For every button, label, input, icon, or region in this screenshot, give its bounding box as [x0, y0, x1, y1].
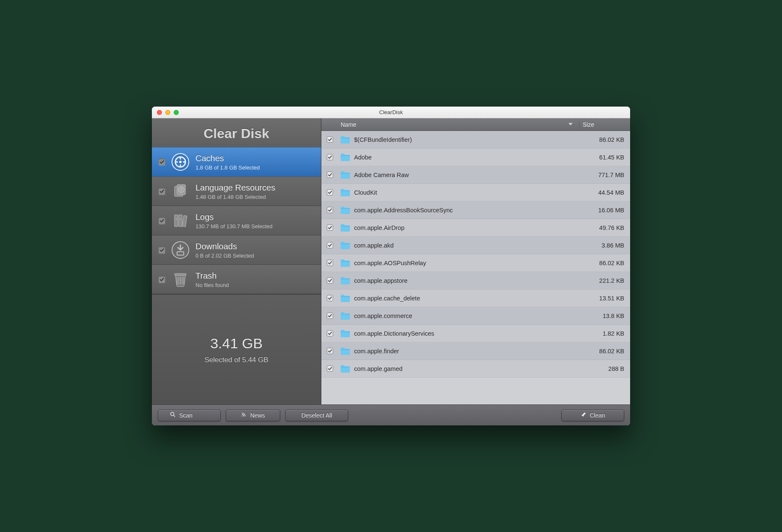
sidebar-item-downloads[interactable]: Downloads 0 B of 2.02 GB Selected [152, 235, 321, 265]
file-name: CloudKit [352, 189, 586, 196]
table-row[interactable]: com.apple.commerce 13.8 KB [321, 307, 630, 325]
table-row[interactable]: com.apple.DictionaryServices 1.82 KB [321, 325, 630, 342]
category-subtext: No files found [196, 282, 229, 288]
category-subtext: 130.7 MB of 130.7 MB Selected [196, 223, 273, 229]
file-list[interactable]: $(CFBundleIdentifier) 86.02 KB Adobe 61.… [321, 131, 630, 404]
category-subtext: 1.8 GB of 1.8 GB Selected [196, 164, 260, 171]
sidebar-item-lang[interactable]: Language Resources 1.48 GB of 1.48 GB Se… [152, 177, 321, 206]
row-checkbox[interactable] [327, 172, 333, 178]
file-name: com.apple.gamed [352, 365, 586, 372]
row-checkbox[interactable] [327, 365, 333, 372]
summary-size: 3.41 GB [210, 335, 263, 352]
clean-label: Clean [590, 412, 605, 419]
category-subtext: 1.48 GB of 1.48 GB Selected [196, 194, 275, 200]
search-icon [170, 412, 176, 419]
folder-icon [338, 276, 352, 285]
sidebar: Clear Disk Caches 1.8 GB of 1.8 GB Selec… [152, 118, 321, 404]
category-checkbox[interactable] [159, 188, 165, 195]
deselect-label: Deselect All [301, 412, 332, 419]
folder-icon [338, 188, 352, 197]
file-size: 288 B [586, 365, 630, 372]
row-checkbox[interactable] [327, 277, 333, 284]
table-row[interactable]: $(CFBundleIdentifier) 86.02 KB [321, 131, 630, 149]
row-checkbox[interactable] [327, 154, 333, 160]
file-name: Adobe Camera Raw [352, 172, 586, 178]
category-label: Language Resources [196, 183, 275, 193]
file-size: 221.2 KB [586, 277, 630, 284]
row-checkbox[interactable] [327, 348, 333, 354]
logs-icon [171, 211, 190, 230]
file-name: com.apple.AddressBookSourceSync [352, 207, 586, 214]
svg-point-9 [176, 219, 177, 219]
table-row[interactable]: com.apple.AirDrop 49.76 KB [321, 219, 630, 237]
sidebar-item-logs[interactable]: Logs 130.7 MB of 130.7 MB Selected [152, 206, 321, 235]
table-row[interactable]: com.apple.finder 86.02 KB [321, 342, 630, 360]
file-name: com.apple.cache_delete [352, 295, 586, 302]
category-checkbox[interactable] [159, 247, 165, 253]
row-checkbox[interactable] [327, 207, 333, 213]
column-size[interactable]: Size [579, 121, 623, 128]
app-window: ClearDisk Clear Disk Caches 1.8 GB of 1.… [152, 107, 630, 425]
file-size: 61.45 KB [586, 154, 630, 161]
scan-button[interactable]: Scan [158, 409, 221, 421]
folder-icon [338, 241, 352, 250]
summary-total: Selected of 5.44 GB [204, 356, 268, 364]
category-checkbox[interactable] [159, 217, 165, 224]
svg-point-10 [180, 219, 181, 219]
sidebar-item-trash[interactable]: Trash No files found [152, 265, 321, 294]
sidebar-item-caches[interactable]: Caches 1.8 GB of 1.8 GB Selected [152, 147, 321, 177]
file-name: com.apple.akd [352, 242, 586, 249]
row-checkbox[interactable] [327, 224, 333, 231]
category-label: Downloads [196, 242, 254, 251]
folder-icon [338, 206, 352, 215]
table-row[interactable]: com.apple.AOSPushRelay 86.02 KB [321, 254, 630, 272]
table-row[interactable]: com.apple.akd 3.86 MB [321, 237, 630, 254]
table-row[interactable]: com.apple.cache_delete 13.51 KB [321, 289, 630, 307]
row-checkbox[interactable] [327, 242, 333, 248]
row-checkbox[interactable] [327, 260, 333, 266]
table-row[interactable]: Adobe 61.45 KB [321, 149, 630, 166]
column-name-label: Name [341, 121, 356, 128]
category-checkbox[interactable] [159, 276, 165, 283]
row-checkbox[interactable] [327, 313, 333, 319]
file-size: 3.86 MB [586, 242, 630, 249]
file-size: 44.54 MB [586, 189, 630, 196]
row-checkbox[interactable] [327, 295, 333, 301]
folder-icon [338, 311, 352, 321]
row-checkbox[interactable] [327, 330, 333, 336]
folder-icon [338, 347, 352, 356]
column-headers: Name Size [321, 118, 630, 131]
file-panel: Name Size $(CFBundleIdentifier) 86.02 KB… [321, 118, 630, 404]
broom-icon [581, 412, 586, 419]
titlebar: ClearDisk [152, 107, 630, 118]
table-row[interactable]: com.apple.gamed 288 B [321, 360, 630, 378]
file-size: 1.82 KB [586, 330, 630, 337]
table-row[interactable]: CloudKit 44.54 MB [321, 184, 630, 201]
table-row[interactable]: Adobe Camera Raw 771.7 MB [321, 166, 630, 184]
file-name: Adobe [352, 154, 586, 161]
news-label: News [250, 412, 265, 419]
row-checkbox[interactable] [327, 136, 333, 143]
category-checkbox[interactable] [159, 159, 165, 165]
selection-summary: 3.41 GB Selected of 5.44 GB [152, 294, 321, 404]
folder-icon [338, 329, 352, 338]
row-checkbox[interactable] [327, 189, 333, 196]
clean-button[interactable]: Clean [561, 409, 624, 421]
table-row[interactable]: com.apple.appstore 221.2 KB [321, 272, 630, 289]
category-label: Logs [196, 212, 273, 222]
deselect-all-button[interactable]: Deselect All [285, 409, 348, 421]
folder-icon [338, 294, 352, 303]
category-label: Caches [196, 154, 260, 163]
file-name: com.apple.commerce [352, 313, 586, 319]
svg-point-2 [179, 161, 182, 163]
folder-icon [338, 135, 352, 144]
column-name[interactable]: Name [338, 121, 579, 128]
table-row[interactable]: com.apple.AddressBookSourceSync 16.06 MB [321, 201, 630, 219]
file-name: com.apple.finder [352, 348, 586, 355]
downloads-icon [171, 241, 190, 259]
file-size: 86.02 KB [586, 136, 630, 143]
news-button[interactable]: News [226, 409, 280, 421]
svg-rect-6 [175, 215, 178, 227]
app-brand: Clear Disk [152, 118, 321, 147]
svg-rect-7 [179, 215, 182, 227]
